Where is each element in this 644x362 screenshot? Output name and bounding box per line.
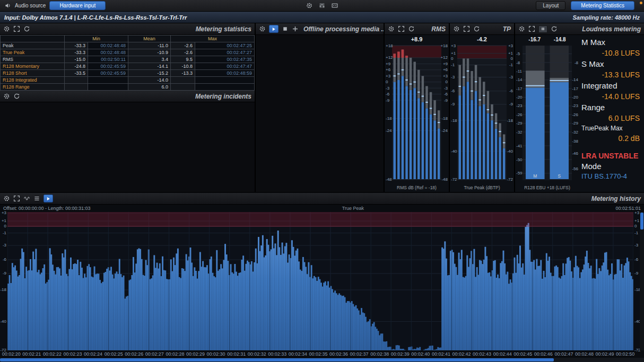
refresh-icon[interactable] <box>13 93 20 100</box>
time-label: 00:02:37 <box>349 351 370 357</box>
history-tick-label: -6 <box>0 258 6 262</box>
svg-text:+9: +9 <box>386 61 391 66</box>
svg-text:0: 0 <box>446 80 448 84</box>
loudness-title: Loudness metering <box>582 25 641 33</box>
time-label: 00:02:45 <box>512 351 533 357</box>
hardware-input-button[interactable]: Hardware input <box>49 1 106 10</box>
incidents-header: Metering incidents <box>0 91 255 102</box>
history-tick-label: +3 <box>0 211 6 215</box>
vertical-scrollbar-thumb[interactable] <box>640 213 643 229</box>
svg-text:-6: -6 <box>386 92 390 96</box>
add-media-button[interactable] <box>292 25 299 32</box>
statistics-row: True Peak-33.300:02:48:48-10.9-2.600:02:… <box>1 49 255 56</box>
loudness-header: Loudness metering <box>515 23 644 35</box>
play-icon <box>271 27 276 32</box>
svg-text:-23: -23 <box>516 103 523 108</box>
svg-text:-72: -72 <box>507 177 513 182</box>
rms-max-value: +8.9 <box>385 35 449 43</box>
io-icon[interactable] <box>332 2 338 9</box>
status-led <box>640 2 642 4</box>
loudness-values: -16.7-14.8 <box>515 35 579 43</box>
history-title: Metering history <box>591 195 641 202</box>
svg-text:-9: -9 <box>386 98 390 103</box>
svg-text:-9: -9 <box>509 102 514 107</box>
vertical-scrollbar[interactable] <box>640 212 644 350</box>
readout-value: -14.0 LUFS <box>581 91 641 102</box>
statistics-header: Metering statistics <box>0 23 255 35</box>
pause-button[interactable] <box>538 25 547 33</box>
refresh-icon[interactable] <box>408 25 415 32</box>
mode-label: Mode <box>581 161 641 172</box>
wave-display-icon[interactable] <box>23 195 30 202</box>
metering-statistics-panel: Metering statistics MinMeanMaxPeak-33.30… <box>0 23 255 192</box>
svg-text:-17: -17 <box>572 86 578 91</box>
time-label: 00:02:29 <box>185 351 206 357</box>
expand-icon[interactable] <box>398 25 405 32</box>
stop-button[interactable] <box>282 25 289 32</box>
gear-icon[interactable] <box>306 2 313 9</box>
offline-title: Offline processing media ... <box>303 25 384 33</box>
svg-text:-1: -1 <box>451 63 455 67</box>
tp-meter-panel: TP -4.2 +3+10-1-3-6-9-18-40-72+3+10-1-3-… <box>450 23 514 192</box>
svg-text:-46: -46 <box>572 151 578 156</box>
expand-icon[interactable] <box>528 25 535 32</box>
gear-icon[interactable] <box>3 25 10 32</box>
svg-text:-9: -9 <box>444 98 448 103</box>
gear-icon[interactable] <box>3 93 10 100</box>
svg-text:-8: -8 <box>575 60 579 65</box>
play-button[interactable] <box>269 25 279 33</box>
loudness-readouts-column: M Max-10.8 LUFSS Max-13.3 LUFSIntegrated… <box>579 35 644 192</box>
audio-source-label: Audio source <box>15 3 46 8</box>
svg-text:-18: -18 <box>441 116 448 121</box>
time-label: 00:02:40 <box>411 351 431 357</box>
horizontal-scrollbar-thumb[interactable] <box>0 358 554 361</box>
loudness-meter: -5-8-11-14-17-20-23-26-29-32-41-50-59-8-… <box>515 43 579 183</box>
statistics-row: R128 Momentary-24.800:02:45:59-14.1-10.8… <box>1 63 255 70</box>
svg-text:-11: -11 <box>516 69 523 74</box>
history-ticks-left: +3+10-1-3-6-9-18-40-72 <box>0 212 7 350</box>
svg-text:+12: +12 <box>440 55 448 60</box>
time-label: 00:02:44 <box>492 351 513 357</box>
sliders-icon[interactable] <box>319 2 326 9</box>
readout-label: Range <box>581 102 641 113</box>
statistics-title: Metering statistics <box>196 25 251 33</box>
svg-text:-14: -14 <box>516 77 523 82</box>
layout-button[interactable]: Layout <box>536 1 565 10</box>
svg-text:+12: +12 <box>386 55 393 60</box>
gear-icon[interactable] <box>453 25 460 32</box>
audio-source-group: Audio source Hardware input <box>4 1 106 10</box>
gear-icon[interactable] <box>518 25 525 32</box>
tp-scale-label: True Peak (dBTP) <box>450 183 514 192</box>
svg-text:-3: -3 <box>509 75 514 80</box>
svg-text:+3: +3 <box>451 43 456 48</box>
svg-text:-6: -6 <box>509 89 514 93</box>
expand-icon[interactable] <box>463 25 470 32</box>
loudness-meter-column: -16.7-14.8 -5-8-11-14-17-20-23-26-29-32-… <box>515 35 579 192</box>
expand-icon[interactable] <box>13 195 20 202</box>
refresh-icon[interactable] <box>551 25 558 32</box>
history-play-button[interactable] <box>43 195 53 202</box>
time-label: 00:02:46 <box>533 351 554 357</box>
svg-text:M: M <box>533 173 537 179</box>
gear-icon[interactable] <box>3 195 10 202</box>
refresh-icon[interactable] <box>473 25 480 32</box>
metering-statistics-button[interactable]: Metering Statistics <box>571 1 634 10</box>
svg-text:-29: -29 <box>516 121 523 126</box>
expand-icon[interactable] <box>13 25 20 32</box>
time-label: 00:02:35 <box>308 351 329 357</box>
top-toolbar: Audio source Hardware input Layout Meter… <box>0 0 644 12</box>
time-label: 00:02:25 <box>103 351 124 357</box>
svg-text:-1: -1 <box>509 63 514 67</box>
svg-text:+18: +18 <box>386 43 393 48</box>
gear-icon[interactable] <box>259 25 266 32</box>
refresh-icon[interactable] <box>23 25 30 32</box>
history-tick-label: -1 <box>0 231 6 235</box>
loudness-body: -16.7-14.8 -5-8-11-14-17-20-23-26-29-32-… <box>515 35 644 192</box>
list-display-icon[interactable] <box>33 195 40 202</box>
svg-text:+1: +1 <box>508 51 514 56</box>
time-label: 00:02:34 <box>288 351 308 357</box>
gear-icon[interactable] <box>388 25 395 32</box>
time-label: 00:02:39 <box>390 351 411 357</box>
history-tick-label: -9 <box>0 271 6 276</box>
horizontal-scrollbar[interactable] <box>0 358 644 362</box>
